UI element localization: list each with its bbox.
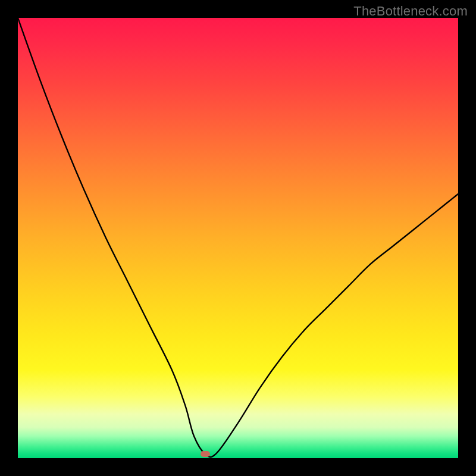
bottleneck-curve [18, 18, 458, 457]
plot-area [18, 18, 458, 458]
curve-svg [18, 18, 458, 458]
optimal-point-marker [201, 451, 210, 457]
watermark-text: TheBottleneck.com [353, 4, 468, 19]
